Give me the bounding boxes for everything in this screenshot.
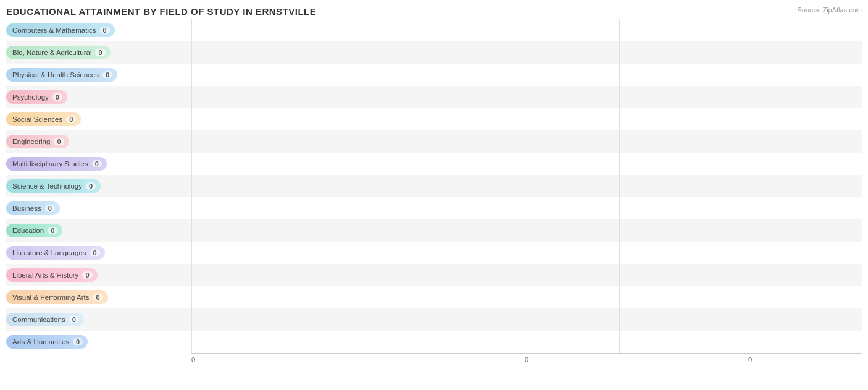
bar-label-text-11: Literature & Languages [12, 249, 86, 256]
bar-row-wrapper-13: Visual & Performing Arts0 [6, 286, 862, 308]
bar-label-text-4: Psychology [12, 93, 49, 101]
bars-section: Computers & Mathematics0Bio, Nature & Ag… [6, 19, 862, 353]
bar-track-6 [191, 135, 862, 148]
bar-label-text-7: Multidisciplinary Studies [12, 160, 88, 167]
bar-label-text-2: Bio, Nature & Agricultural [12, 49, 91, 56]
bar-row-14: Communications0 [6, 310, 862, 329]
bar-row-wrapper-5: Social Sciences0 [6, 108, 862, 130]
bar-track-3 [191, 68, 862, 82]
bar-row-wrapper-11: Literature & Languages0 [6, 242, 862, 264]
bar-pill-2: Bio, Nature & Agricultural0 [6, 46, 111, 59]
bar-row-wrapper-14: Communications0 [6, 308, 862, 331]
bar-label-container-4: Psychology0 [6, 90, 191, 104]
bar-row-2: Bio, Nature & Agricultural0 [6, 43, 862, 62]
bar-label-text-5: Social Sciences [12, 116, 62, 123]
bar-label-container-3: Physical & Health Sciences0 [6, 68, 191, 82]
bar-label-container-13: Visual & Performing Arts0 [6, 290, 191, 304]
bar-pill-9: Business0 [6, 201, 60, 215]
bar-row-1: Computers & Mathematics0 [6, 20, 862, 40]
chart-area: Computers & Mathematics0Bio, Nature & Ag… [6, 19, 862, 360]
bar-label-container-8: Science & Technology0 [6, 179, 191, 193]
bar-track-7 [191, 157, 862, 171]
bar-row-4: Psychology0 [6, 87, 862, 107]
bar-value-badge-12: 0 [82, 271, 92, 279]
bar-row-15: Arts & Humanities0 [6, 332, 862, 352]
bars-container: Computers & Mathematics0Bio, Nature & Ag… [6, 19, 862, 353]
bar-track-8 [191, 179, 862, 193]
x-axis-label-1: 0 [415, 356, 638, 363]
bar-row-wrapper-12: Liberal Arts & History0 [6, 264, 862, 286]
bar-row-10: Education0 [6, 221, 862, 240]
bar-row-13: Visual & Performing Arts0 [6, 287, 862, 307]
bar-track-10 [191, 224, 862, 237]
bar-value-badge-3: 0 [102, 71, 112, 78]
bar-track-4 [191, 90, 862, 104]
bar-value-badge-14: 0 [69, 316, 79, 323]
bar-value-badge-1: 0 [100, 27, 110, 34]
bar-pill-6: Engineering0 [6, 135, 69, 148]
bar-row-wrapper-8: Science & Technology0 [6, 175, 862, 197]
bar-value-badge-2: 0 [95, 49, 105, 56]
bar-label-text-6: Engineering [12, 138, 50, 145]
bar-value-badge-8: 0 [86, 182, 96, 190]
chart-title: EDUCATIONAL ATTAINMENT BY FIELD OF STUDY… [6, 6, 862, 17]
bar-pill-5: Social Sciences0 [6, 112, 81, 126]
bar-label-text-14: Communications [12, 316, 65, 323]
bar-pill-15: Arts & Humanities0 [6, 335, 88, 349]
bar-row-3: Physical & Health Sciences0 [6, 65, 862, 85]
bar-row-wrapper-15: Arts & Humanities0 [6, 331, 862, 353]
bar-label-container-14: Communications0 [6, 313, 191, 326]
source-text: Source: ZipAtlas.com [797, 6, 862, 14]
chart-container: EDUCATIONAL ATTAINMENT BY FIELD OF STUDY… [0, 0, 868, 390]
bar-label-container-11: Literature & Languages0 [6, 246, 191, 260]
bar-track-11 [191, 246, 862, 260]
bar-pill-7: Multidisciplinary Studies0 [6, 157, 107, 171]
bar-pill-14: Communications0 [6, 313, 84, 326]
bar-pill-12: Liberal Arts & History0 [6, 268, 98, 282]
bar-track-12 [191, 268, 862, 282]
bar-value-badge-7: 0 [92, 160, 102, 167]
bar-row-wrapper-10: Education0 [6, 219, 862, 242]
bar-label-text-13: Visual & Performing Arts [12, 294, 89, 301]
bar-label-container-5: Social Sciences0 [6, 112, 191, 126]
bar-value-badge-9: 0 [45, 205, 55, 212]
bar-pill-4: Psychology0 [6, 90, 67, 104]
bar-pill-11: Literature & Languages0 [6, 246, 105, 260]
bar-row-wrapper-7: Multidisciplinary Studies0 [6, 153, 862, 175]
bar-track-15 [191, 335, 862, 349]
bar-value-badge-11: 0 [90, 249, 100, 256]
bar-label-text-10: Education [12, 227, 44, 234]
bar-track-9 [191, 201, 862, 215]
bar-row-wrapper-4: Psychology0 [6, 86, 862, 108]
bar-value-badge-15: 0 [73, 338, 83, 345]
bar-label-text-1: Computers & Mathematics [12, 27, 96, 34]
bar-label-container-9: Business0 [6, 201, 191, 215]
bar-value-badge-5: 0 [66, 116, 76, 123]
bar-label-container-7: Multidisciplinary Studies0 [6, 157, 191, 171]
bar-pill-10: Education0 [6, 224, 62, 237]
bar-pill-8: Science & Technology0 [6, 179, 101, 193]
bar-track-1 [191, 23, 862, 37]
bar-label-text-12: Liberal Arts & History [12, 271, 78, 279]
bar-label-container-15: Arts & Humanities0 [6, 335, 191, 349]
x-axis-label-2: 0 [638, 356, 862, 363]
bar-track-14 [191, 313, 862, 326]
bar-label-container-12: Liberal Arts & History0 [6, 268, 191, 282]
bar-row-wrapper-9: Business0 [6, 197, 862, 219]
bar-pill-13: Visual & Performing Arts0 [6, 290, 108, 304]
bar-value-badge-6: 0 [54, 138, 64, 145]
bar-value-badge-10: 0 [48, 227, 57, 234]
bar-row-wrapper-3: Physical & Health Sciences0 [6, 64, 862, 86]
bar-row-5: Social Sciences0 [6, 109, 862, 129]
bar-row-6: Engineering0 [6, 132, 862, 151]
bar-label-text-8: Science & Technology [12, 182, 82, 190]
bar-row-wrapper-6: Engineering0 [6, 130, 862, 153]
bar-pill-3: Physical & Health Sciences0 [6, 68, 117, 82]
bar-label-text-9: Business [12, 205, 41, 212]
x-axis-label-0: 0 [191, 356, 415, 363]
x-axis: 000 [191, 353, 862, 363]
bar-row-9: Business0 [6, 198, 862, 218]
bar-track-2 [191, 46, 862, 59]
bar-value-badge-4: 0 [52, 93, 62, 101]
bar-row-wrapper-1: Computers & Mathematics0 [6, 19, 862, 41]
